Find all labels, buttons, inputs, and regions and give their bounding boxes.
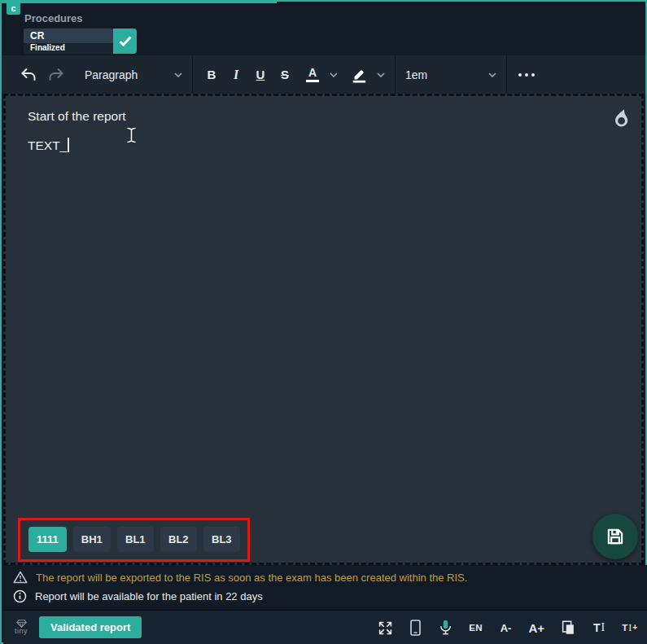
more-options-icon bbox=[518, 73, 535, 77]
editor-toolbar: Paragraph B I U S A bbox=[2, 55, 645, 94]
highlight-color-button[interactable] bbox=[346, 61, 372, 89]
insert-text-cursor-icon: TI+ bbox=[622, 621, 637, 634]
toolbar-separator bbox=[192, 55, 193, 94]
check-icon bbox=[119, 36, 132, 46]
warning-message: The report will be exported to the RIS a… bbox=[13, 571, 467, 584]
undo-icon bbox=[20, 68, 37, 82]
italic-button[interactable]: I bbox=[224, 61, 248, 89]
procedures-label: Procedures bbox=[24, 12, 83, 24]
validated-report-button[interactable]: Validated report bbox=[39, 616, 142, 638]
dictation-flame-icon bbox=[612, 108, 628, 128]
fullscreen-icon bbox=[378, 620, 393, 636]
redo-button[interactable] bbox=[42, 61, 70, 89]
report-editor-canvas[interactable]: Start of the report TEXT_ 1111 BH1 BL1 bbox=[3, 94, 644, 565]
info-icon bbox=[13, 589, 27, 603]
procedure-status: Finalized bbox=[24, 43, 113, 54]
bold-button[interactable]: B bbox=[199, 61, 224, 89]
italic-icon: I bbox=[234, 68, 238, 82]
font-decrease-button[interactable]: A- bbox=[497, 616, 515, 640]
fullscreen-button[interactable] bbox=[376, 616, 395, 640]
bold-icon: B bbox=[208, 68, 216, 81]
text-color-icon: A bbox=[306, 67, 319, 82]
chevron-down-icon bbox=[488, 72, 496, 77]
text-cursor-button[interactable]: TI bbox=[590, 616, 608, 640]
font-size-label: 1em bbox=[405, 68, 427, 81]
save-button[interactable] bbox=[592, 514, 638, 559]
mouse-ibeam-cursor bbox=[126, 127, 137, 143]
text-cursor-icon: TI bbox=[593, 621, 605, 634]
notification-area: The report will be exported to the RIS a… bbox=[3, 565, 647, 610]
snippet-button-bh1[interactable]: BH1 bbox=[73, 527, 111, 552]
text-color-menu-button[interactable] bbox=[325, 61, 343, 89]
tinymce-brand-label: tiny bbox=[15, 627, 28, 635]
chevron-down-icon bbox=[330, 72, 338, 77]
microphone-icon bbox=[439, 620, 452, 636]
redo-icon bbox=[47, 68, 65, 82]
snippet-button-row: 1111 BH1 BL1 BL2 BL3 bbox=[28, 527, 240, 552]
procedure-code: CR bbox=[24, 28, 113, 43]
microphone-button[interactable] bbox=[437, 616, 455, 640]
snippet-button-bl3[interactable]: BL3 bbox=[203, 527, 240, 552]
report-line: TEXT_ bbox=[28, 138, 69, 153]
snippet-button-bl1[interactable]: BL1 bbox=[117, 527, 154, 552]
insert-text-button[interactable]: TI+ bbox=[620, 616, 639, 640]
confirm-procedure-button[interactable] bbox=[113, 28, 137, 54]
text-caret bbox=[68, 138, 69, 152]
strikethrough-button[interactable]: S bbox=[273, 61, 297, 89]
report-editor-window: c Procedures CR Finalized Paragraph bbox=[0, 0, 647, 644]
chevron-down-icon bbox=[377, 72, 385, 77]
language-button[interactable]: EN bbox=[467, 616, 485, 640]
snippet-button-1111[interactable]: 1111 bbox=[28, 527, 67, 552]
font-size-select[interactable]: 1em bbox=[397, 61, 505, 89]
toolbar-separator bbox=[506, 55, 507, 94]
report-line: Start of the report bbox=[28, 109, 126, 124]
underline-button[interactable]: U bbox=[248, 61, 273, 89]
mobile-phone-icon bbox=[410, 620, 421, 636]
strikethrough-icon: S bbox=[281, 68, 289, 81]
mobile-view-button[interactable] bbox=[407, 616, 425, 640]
more-options-button[interactable] bbox=[514, 61, 540, 89]
block-format-select[interactable]: Paragraph bbox=[77, 61, 190, 89]
info-text: Report will be available for the patient… bbox=[35, 590, 263, 602]
undo-button[interactable] bbox=[15, 61, 42, 89]
text-color-button[interactable]: A bbox=[300, 61, 325, 89]
tinymce-logo[interactable]: tiny bbox=[15, 620, 28, 635]
overlapping-pages-icon bbox=[560, 620, 576, 636]
save-icon bbox=[605, 526, 626, 547]
underline-icon: U bbox=[256, 68, 265, 81]
status-bar: tiny Validated report bbox=[3, 610, 647, 644]
block-format-label: Paragraph bbox=[85, 68, 138, 81]
info-message: Report will be available for the patient… bbox=[13, 589, 263, 603]
highlighter-icon bbox=[351, 67, 367, 83]
contrast-pages-button[interactable] bbox=[558, 616, 578, 640]
warning-icon bbox=[13, 571, 28, 584]
highlight-color-menu-button[interactable] bbox=[372, 61, 390, 89]
report-text: TEXT_ bbox=[28, 138, 67, 152]
chevron-down-icon bbox=[174, 72, 182, 77]
font-increase-button[interactable]: A+ bbox=[527, 616, 547, 640]
warning-text: The report will be exported to the RIS a… bbox=[36, 572, 467, 584]
toolbar-separator bbox=[395, 55, 396, 94]
snippet-button-bl2[interactable]: BL2 bbox=[160, 527, 197, 552]
footer-icon-group: EN A- A+ TI TI+ bbox=[376, 611, 639, 644]
procedure-select[interactable]: CR Finalized bbox=[24, 28, 113, 54]
procedures-header: Procedures CR Finalized bbox=[2, 2, 645, 55]
